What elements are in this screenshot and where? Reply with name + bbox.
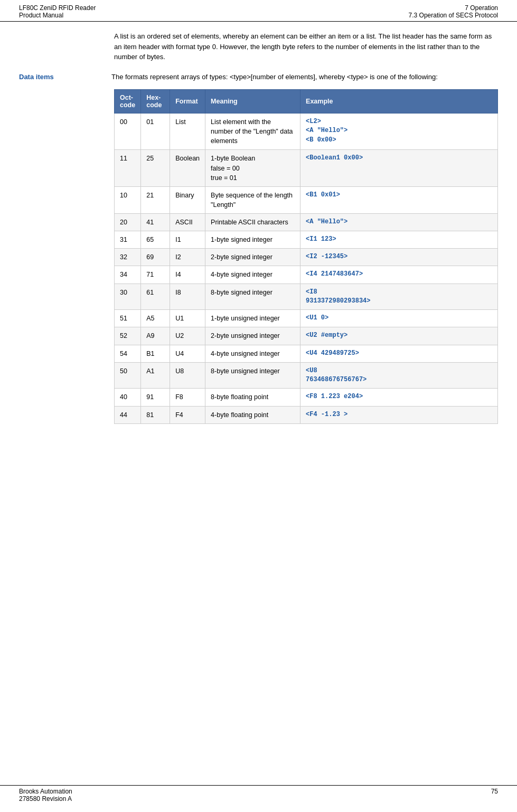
cell-meaning: 1-byte unsigned integer — [205, 310, 300, 327]
cell-oct: 20 — [115, 214, 141, 231]
cell-format: F4 — [170, 406, 205, 423]
page: LF80C ZeniD RFID Reader Product Manual 7… — [0, 0, 517, 812]
cell-format: F8 — [170, 389, 205, 406]
footer-revision: 278580 Revision A — [19, 795, 72, 802]
cell-meaning: Byte sequence of the length "Length" — [205, 186, 300, 213]
cell-hex: 81 — [141, 406, 170, 423]
cell-format: Binary — [170, 186, 205, 213]
cell-example: <U1 0> — [300, 310, 498, 327]
cell-hex: 71 — [141, 266, 170, 284]
cell-hex: A1 — [141, 362, 170, 389]
footer-left: Brooks Automation 278580 Revision A — [19, 788, 72, 802]
cell-format: Boolean — [170, 150, 205, 186]
cell-format: I2 — [170, 249, 205, 266]
table-row: 51A5U11-byte unsigned integer<U1 0> — [115, 310, 498, 327]
cell-example: <I4 2147483647> — [300, 266, 498, 284]
col-header-hex: Hex-code — [141, 90, 170, 114]
cell-example: <F8 1.223 e204> — [300, 389, 498, 406]
header-subtitle: Product Manual — [19, 12, 96, 19]
cell-format: List — [170, 114, 205, 150]
cell-oct: 00 — [115, 114, 141, 150]
col-header-meaning: Meaning — [205, 90, 300, 114]
data-items-section: Data items The formats represent arrays … — [19, 72, 498, 82]
cell-hex: 21 — [141, 186, 170, 213]
cell-hex: 91 — [141, 389, 170, 406]
cell-format: U8 — [170, 362, 205, 389]
cell-example: <L2> <A "Hello"> <B 0x00> — [300, 114, 498, 150]
cell-example: <I2 -12345> — [300, 249, 498, 266]
cell-oct: 51 — [115, 310, 141, 327]
page-header: LF80C ZeniD RFID Reader Product Manual 7… — [0, 0, 517, 22]
cell-hex: 65 — [141, 231, 170, 249]
col-header-format: Format — [170, 90, 205, 114]
cell-hex: 01 — [141, 114, 170, 150]
table-row: 3165I11-byte signed integer<I1 123> — [115, 231, 498, 249]
cell-oct: 40 — [115, 389, 141, 406]
table-header-row: Oct-code Hex-code Format Meaning Example — [115, 90, 498, 114]
intro-paragraph: A list is an ordered set of elements, wh… — [114, 31, 498, 62]
cell-hex: B1 — [141, 345, 170, 362]
cell-example: <F4 -1.23 > — [300, 406, 498, 423]
table-row: 3061I88-byte signed integer<I89313372980… — [115, 284, 498, 310]
cell-oct: 52 — [115, 327, 141, 345]
cell-format: ASCII — [170, 214, 205, 231]
table-row: 3269I22-byte signed integer<I2 -12345> — [115, 249, 498, 266]
cell-meaning: 1-byte signed integer — [205, 231, 300, 249]
format-table: Oct-code Hex-code Format Meaning Example… — [114, 89, 498, 424]
cell-meaning: 4-byte signed integer — [205, 266, 300, 284]
cell-meaning: 2-byte unsigned integer — [205, 327, 300, 345]
cell-example: <B1 0x01> — [300, 186, 498, 213]
header-title: LF80C ZeniD RFID Reader — [19, 4, 96, 12]
cell-format: I4 — [170, 266, 205, 284]
data-items-description: The formats represent arrays of types: <… — [111, 72, 498, 82]
cell-example: <U2 #empty> — [300, 327, 498, 345]
table-row: 54B1U44-byte unsigned integer<U4 4294897… — [115, 345, 498, 362]
cell-oct: 31 — [115, 231, 141, 249]
table-row: 52A9U22-byte unsigned integer<U2 #empty> — [115, 327, 498, 345]
col-header-example: Example — [300, 90, 498, 114]
cell-meaning: Printable ASCII characters — [205, 214, 300, 231]
cell-format: I8 — [170, 284, 205, 310]
table-row: 1021BinaryByte sequence of the length "L… — [115, 186, 498, 213]
footer-company: Brooks Automation — [19, 788, 72, 795]
table-row: 1125Boolean1-byte Booleanfalse = 00true … — [115, 150, 498, 186]
cell-oct: 11 — [115, 150, 141, 186]
cell-example: <A "Hello"> — [300, 214, 498, 231]
cell-oct: 10 — [115, 186, 141, 213]
cell-meaning: List element with the number of the "Len… — [205, 114, 300, 150]
cell-example: <I1 123> — [300, 231, 498, 249]
table-row: 0001ListList element with the number of … — [115, 114, 498, 150]
cell-hex: A5 — [141, 310, 170, 327]
page-footer: Brooks Automation 278580 Revision A 75 — [0, 785, 517, 807]
cell-hex: 69 — [141, 249, 170, 266]
cell-example: <I89313372980293834> — [300, 284, 498, 310]
cell-hex: 41 — [141, 214, 170, 231]
cell-meaning: 2-byte signed integer — [205, 249, 300, 266]
main-content: A list is an ordered set of elements, wh… — [0, 22, 517, 456]
col-header-oct: Oct-code — [115, 90, 141, 114]
cell-oct: 30 — [115, 284, 141, 310]
header-chapter: 7 Operation — [409, 4, 498, 12]
cell-meaning: 8-byte unsigned integer — [205, 362, 300, 389]
cell-oct: 32 — [115, 249, 141, 266]
cell-meaning: 4-byte unsigned integer — [205, 345, 300, 362]
cell-meaning: 8-byte floating point — [205, 389, 300, 406]
table-row: 50A1U88-byte unsigned integer<U876346867… — [115, 362, 498, 389]
cell-oct: 44 — [115, 406, 141, 423]
cell-oct: 34 — [115, 266, 141, 284]
cell-format: I1 — [170, 231, 205, 249]
table-row: 2041ASCIIPrintable ASCII characters<A "H… — [115, 214, 498, 231]
cell-example: <U4 429489725> — [300, 345, 498, 362]
cell-hex: 25 — [141, 150, 170, 186]
cell-example: <Boolean1 0x00> — [300, 150, 498, 186]
cell-format: U4 — [170, 345, 205, 362]
cell-oct: 54 — [115, 345, 141, 362]
cell-meaning: 1-byte Booleanfalse = 00true = 01 — [205, 150, 300, 186]
table-row: 4091F88-byte floating point<F8 1.223 e20… — [115, 389, 498, 406]
cell-meaning: 4-byte floating point — [205, 406, 300, 423]
data-items-label: Data items — [19, 72, 111, 82]
footer-page-number: 75 — [491, 788, 498, 802]
cell-format: U1 — [170, 310, 205, 327]
cell-hex: A9 — [141, 327, 170, 345]
cell-oct: 50 — [115, 362, 141, 389]
